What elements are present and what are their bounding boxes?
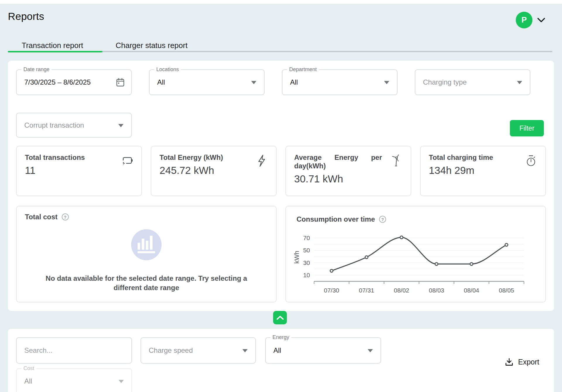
battery-charging-icon [120,154,134,167]
avatar[interactable]: P [516,12,532,28]
svg-text:08/04: 08/04 [464,287,479,294]
cost-label: Cost [21,365,36,372]
cost-select[interactable]: Cost All [16,368,132,392]
consumption-card: Consumption over time ? 1030507007/3007/… [285,206,546,302]
total-cost-title: Total cost [25,213,58,221]
svg-text:30: 30 [303,259,310,266]
svg-text:07/31: 07/31 [359,287,374,294]
collapse-filters-button[interactable] [273,311,287,324]
svg-text:10: 10 [303,272,310,278]
help-icon[interactable]: ? [62,213,69,220]
department-select[interactable]: Department All [282,69,397,95]
stat-label: Total charging time [429,153,517,162]
cost-value: All [24,377,32,385]
dropdown-arrow-icon [242,349,248,352]
chevron-down-icon[interactable] [537,17,546,23]
stat-value: 245.72 kWh [160,165,268,176]
svg-text:kWh: kWh [293,251,300,264]
svg-text:07/30: 07/30 [324,287,339,294]
charge-speed-placeholder: Charge speed [149,346,193,355]
chevron-up-icon [276,315,284,320]
energy-value: All [273,346,281,355]
dropdown-arrow-icon [118,124,124,127]
svg-text:50: 50 [303,247,310,254]
tab-transaction-report[interactable]: Transaction report [22,41,83,50]
stat-label: Average Energy per day(kWh) [294,153,382,170]
stat-value: 30.71 kWh [294,173,402,185]
stat-card-total-charging-time: Total charging time 134h 29m [420,146,546,196]
help-icon[interactable]: ? [379,216,386,223]
export-label: Export [518,358,539,366]
wind-turbine-icon [390,154,403,167]
reports-page: Reports P Transaction report Charger sta… [0,0,562,392]
download-icon [505,358,513,366]
corrupt-transaction-placeholder: Corrupt transaction [24,121,84,129]
dropdown-arrow-icon [368,349,373,352]
locations-label: Locations [154,66,181,73]
energy-select[interactable]: Energy All [265,337,381,364]
stopwatch-icon [524,154,538,167]
tab-charger-status-report[interactable]: Charger status report [116,41,188,50]
date-range-label: Date range [21,66,52,73]
stat-value: 134h 29m [429,165,537,176]
energy-label: Energy [270,334,291,340]
dropdown-arrow-icon [517,81,522,84]
charge-speed-select[interactable]: Charge speed [140,337,256,364]
stat-card-average-energy: Average Energy per day(kWh) 30.71 kWh [285,146,411,196]
search-field[interactable] [16,337,132,364]
svg-text:08/03: 08/03 [429,287,444,294]
dropdown-arrow-icon [384,81,389,84]
export-button[interactable]: Export [502,356,542,368]
lightning-bolt-icon [255,154,268,167]
search-input[interactable] [24,338,118,363]
corrupt-transaction-select[interactable]: Corrupt transaction [16,113,132,138]
filter-button[interactable]: Filter [510,120,544,136]
dropdown-arrow-icon [251,81,256,84]
calendar-icon[interactable] [116,78,125,87]
page-title: Reports [8,11,44,22]
stat-label: Total Energy (kWh) [160,153,247,162]
stat-label: Total transactions [25,153,113,162]
stat-card-total-transactions: Total transactions 11 [16,146,142,196]
svg-text:70: 70 [303,234,310,241]
department-value: All [290,78,298,86]
total-cost-card: Total cost ? No data available for the s… [16,206,277,302]
bar-chart-icon [131,229,162,260]
no-data-message: No data available for the selected date … [38,274,255,293]
top-strip [0,0,562,4]
active-tab-indicator [8,51,102,52]
date-range-value: 7/30/2025 – 8/6/2025 [24,78,91,86]
department-label: Department [287,66,319,73]
locations-value: All [157,78,165,86]
consumption-chart: 1030507007/3007/3108/0208/0308/0408/05kW… [291,226,540,299]
dropdown-arrow-icon [119,380,124,383]
charging-type-placeholder: Charging type [423,78,467,86]
charging-type-select[interactable]: Charging type [415,69,530,95]
svg-text:08/05: 08/05 [499,287,514,294]
consumption-title: Consumption over time [297,215,375,223]
date-range-field[interactable]: Date range 7/30/2025 – 8/6/2025 [16,69,132,95]
tab-underline-track [102,51,552,52]
avatar-initial: P [521,16,527,25]
svg-text:08/02: 08/02 [394,287,409,294]
stat-card-total-energy: Total Energy (kWh) 245.72 kWh [151,146,277,196]
stat-value: 11 [25,165,133,176]
locations-select[interactable]: Locations All [149,69,265,95]
